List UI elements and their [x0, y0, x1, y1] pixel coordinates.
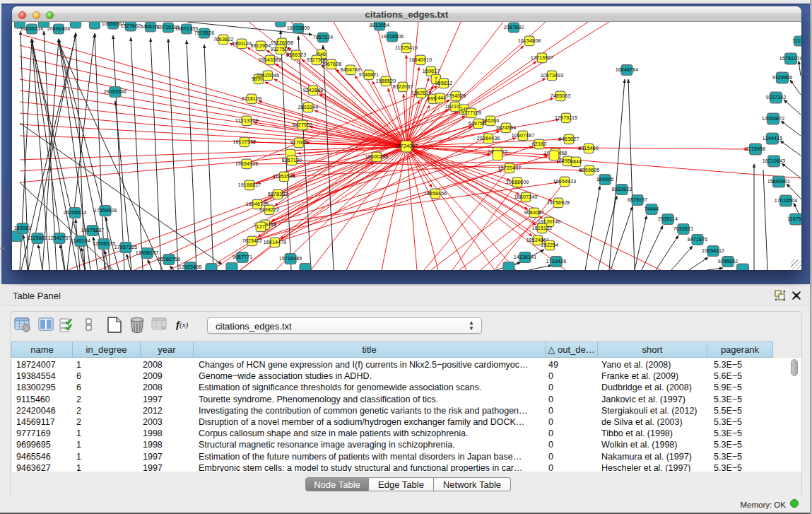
svg-text:11353594: 11353594 [273, 174, 295, 179]
svg-text:15751074: 15751074 [779, 56, 801, 61]
svg-text:10654112: 10654112 [702, 248, 724, 253]
svg-text:9146821: 9146821 [359, 72, 379, 77]
svg-text:1115682: 1115682 [28, 235, 47, 240]
svg-text:16648784: 16648784 [616, 67, 639, 72]
svg-text:18300295: 18300295 [365, 154, 389, 159]
svg-text:7632621: 7632621 [673, 226, 694, 231]
svg-text:8322037: 8322037 [393, 84, 413, 89]
svg-text:9463627: 9463627 [559, 136, 579, 141]
svg-text:2718126: 2718126 [242, 96, 262, 101]
svg-text:16033809: 16033809 [287, 25, 310, 30]
svg-text:2087682: 2087682 [504, 25, 524, 30]
svg-text:746266: 746266 [482, 118, 500, 123]
svg-text:9777169: 9777169 [461, 110, 482, 115]
svg-text:15716485: 15716485 [279, 256, 302, 261]
svg-text:15692901: 15692901 [767, 179, 791, 184]
svg-text:1527602: 1527602 [121, 23, 141, 28]
svg-text:12975115: 12975115 [555, 115, 577, 120]
svg-text:955812: 955812 [435, 81, 453, 86]
svg-text:9227342: 9227342 [766, 95, 787, 100]
svg-text:16782759: 16782759 [158, 257, 181, 262]
svg-text:9794028: 9794028 [446, 93, 466, 98]
svg-text:3215958: 3215958 [746, 146, 766, 151]
svg-text:19756928: 19756928 [547, 200, 570, 205]
svg-text:19654923: 19654923 [553, 179, 577, 184]
svg-text:7857224: 7857224 [313, 35, 334, 40]
svg-text:16543382: 16543382 [259, 57, 282, 62]
svg-text:9329966: 9329966 [772, 75, 793, 80]
svg-text:14136141: 14136141 [514, 255, 537, 259]
svg-text:12923468: 12923468 [179, 264, 202, 269]
svg-text:8267130: 8267130 [282, 158, 302, 163]
svg-text:10973493: 10973493 [541, 73, 564, 78]
svg-text:16154808: 16154808 [518, 38, 541, 43]
svg-text:9327500: 9327500 [271, 47, 291, 52]
svg-text:164095: 164095 [596, 177, 614, 182]
svg-text:252254: 252254 [541, 243, 559, 247]
svg-text:12213369: 12213369 [235, 118, 259, 123]
svg-text:18807249: 18807249 [514, 194, 538, 199]
svg-text:9242848: 9242848 [303, 88, 324, 93]
svg-text:10688609: 10688609 [506, 180, 529, 185]
svg-text:9245652: 9245652 [718, 259, 739, 264]
svg-text:2803144: 2803144 [298, 105, 319, 110]
svg-text:8471676: 8471676 [688, 237, 708, 242]
svg-text:22420046: 22420046 [257, 73, 280, 78]
svg-text:7663822: 7663822 [213, 37, 234, 42]
svg-text:8454749: 8454749 [341, 67, 361, 72]
svg-text:9115460: 9115460 [579, 146, 599, 151]
svg-text:12213967: 12213967 [531, 55, 554, 60]
svg-text:(x): (x) [180, 320, 189, 329]
svg-text:16210643: 16210643 [763, 158, 786, 163]
svg-text:74444: 74444 [645, 206, 659, 211]
svg-text:19218506: 19218506 [381, 34, 404, 39]
svg-text:20364436: 20364436 [477, 136, 500, 141]
svg-text:1362615: 1362615 [411, 90, 432, 95]
svg-text:8427552: 8427552 [293, 122, 313, 127]
svg-text:6879197: 6879197 [628, 197, 648, 202]
svg-text:19166827: 19166827 [238, 182, 261, 187]
svg-text:8878332: 8878332 [268, 192, 288, 197]
svg-text:19558456: 19558456 [424, 191, 447, 196]
svg-text:9844: 9844 [570, 159, 582, 164]
svg-text:11325419: 11325419 [395, 45, 418, 50]
svg-text:169617: 169617 [423, 69, 440, 74]
svg-text:1615132: 1615132 [532, 226, 553, 230]
svg-text:1444: 1444 [435, 95, 446, 100]
svg-text:183061: 183061 [14, 226, 32, 230]
svg-text:17359928: 17359928 [94, 208, 117, 213]
svg-text:2935114: 2935114 [658, 216, 678, 221]
svg-text:15720407: 15720407 [498, 165, 522, 170]
svg-text:127: 127 [257, 224, 265, 229]
svg-text:917006: 917006 [290, 140, 308, 145]
svg-text:1588520: 1588520 [376, 78, 396, 83]
svg-text:7485063: 7485063 [551, 93, 571, 98]
svg-text:17957225: 17957225 [114, 245, 138, 250]
svg-text:3498222: 3498222 [259, 207, 280, 212]
svg-text:62160: 62160 [532, 141, 546, 146]
svg-text:12505135: 12505135 [93, 241, 116, 246]
svg-text:7625402: 7625402 [242, 238, 263, 243]
svg-text:8912954: 8912954 [251, 43, 271, 48]
svg-text:7515526: 7515526 [194, 30, 215, 35]
svg-text:16107552: 16107552 [233, 139, 257, 144]
svg-text:29053346: 29053346 [104, 89, 127, 94]
svg-text:1733426: 1733426 [546, 259, 567, 264]
svg-text:18724007: 18724007 [395, 144, 418, 148]
svg-text:8933923: 8933923 [612, 187, 632, 192]
svg-text:19975887: 19975887 [81, 228, 105, 233]
svg-text:2967608: 2967608 [322, 62, 342, 66]
svg-text:10607487: 10607487 [512, 133, 535, 138]
svg-text:13958187: 13958187 [136, 250, 159, 255]
svg-text:26206513: 26206513 [64, 210, 87, 215]
svg-text:116753: 116753 [787, 216, 801, 221]
svg-text:8899695: 8899695 [579, 168, 600, 173]
svg-text:17016504: 17016504 [775, 198, 798, 203]
svg-text:12942737: 12942737 [48, 235, 71, 240]
svg-text:20691406: 20691406 [47, 26, 71, 31]
svg-text:1244415: 1244415 [763, 136, 783, 141]
svg-text:19654925: 19654925 [235, 161, 259, 166]
svg-text:16914479: 16914479 [264, 240, 287, 245]
svg-text:8960124: 8960124 [232, 41, 252, 46]
svg-text:16640910: 16640910 [409, 57, 433, 62]
